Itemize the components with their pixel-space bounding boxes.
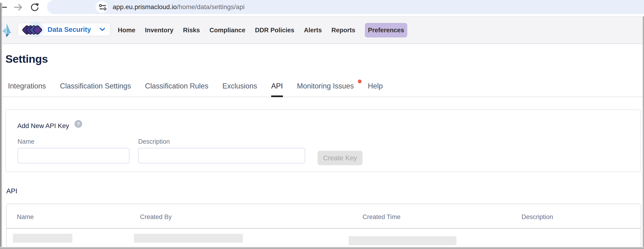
create-key-button[interactable]: Create Key (318, 151, 362, 165)
column-header-description: Description (522, 214, 553, 221)
nav-item-compliance[interactable]: Compliance (210, 27, 246, 34)
data-security-diamonds-icon (23, 24, 42, 34)
reload-icon[interactable] (30, 2, 39, 12)
forward-icon[interactable] (14, 3, 23, 11)
api-keys-table: Name Created By Created Time Description (6, 204, 641, 249)
settings-tabs: Integrations Classification Settings Cla… (2, 79, 642, 97)
site-info-tune-icon[interactable] (99, 4, 107, 11)
prisma-cloud-logo-icon (2, 23, 12, 38)
skeleton-cell-created-time (349, 236, 456, 245)
add-api-key-title: Add New API Key (17, 122, 69, 130)
tab-classification-settings[interactable]: Classification Settings (60, 79, 131, 97)
alert-dot-icon (358, 80, 362, 83)
nav-item-inventory[interactable]: Inventory (145, 27, 174, 34)
browser-toolbar: app.eu.prismacloud.io/home/data/settings… (0, 0, 644, 17)
tab-integrations[interactable]: Integrations (8, 79, 46, 97)
description-field-label: Description (138, 138, 170, 145)
description-input[interactable] (138, 148, 305, 163)
window-right-edge (642, 16, 644, 249)
main-nav: Home Inventory Risks Compliance DDR Poli… (118, 17, 407, 43)
chevron-down-icon (100, 28, 105, 31)
skeleton-cell-created-by (134, 234, 243, 243)
page-title: Settings (6, 52, 48, 65)
table-header-divider (6, 228, 641, 229)
column-header-created-time: Created Time (362, 214, 400, 221)
app-header: Data Security Home Inventory Risks Compl… (0, 17, 644, 44)
help-question-icon[interactable]: ? (74, 120, 82, 128)
column-header-name: Name (17, 214, 34, 221)
tab-api[interactable]: API (271, 79, 283, 97)
add-api-key-card: Add New API Key ? Name Description Creat… (6, 110, 641, 172)
nav-item-reports[interactable]: Reports (331, 27, 355, 34)
tab-classification-rules[interactable]: Classification Rules (145, 79, 208, 97)
nav-item-home[interactable]: Home (118, 27, 135, 34)
url-text[interactable]: app.eu.prismacloud.io/home/data/settings… (113, 0, 244, 14)
url-domain: app.eu.prismacloud.io (113, 3, 177, 10)
app-switcher-dropdown[interactable]: Data Security (18, 23, 111, 36)
nav-item-preferences[interactable]: Preferences (365, 23, 407, 37)
window-left-edge (0, 3, 2, 249)
app-window: app.eu.prismacloud.io/home/data/settings… (0, 0, 644, 249)
app-switcher-label: Data Security (48, 26, 91, 33)
nav-item-risks[interactable]: Risks (183, 27, 200, 34)
skeleton-cell-name (13, 234, 72, 243)
window-bottom-edge (0, 247, 644, 249)
nav-item-alerts[interactable]: Alerts (304, 27, 322, 34)
nav-item-ddr-policies[interactable]: DDR Policies (255, 27, 294, 34)
tab-help[interactable]: Help (368, 79, 383, 97)
column-header-created-by: Created By (140, 214, 172, 221)
tab-monitoring-issues[interactable]: Monitoring Issues (297, 79, 354, 97)
tab-monitoring-issues-label: Monitoring Issues (297, 82, 354, 90)
api-section-title: API (6, 187, 17, 195)
tab-exclusions[interactable]: Exclusions (222, 79, 257, 97)
name-field-label: Name (18, 138, 34, 145)
address-bar[interactable]: app.eu.prismacloud.io/home/data/settings… (47, 0, 644, 14)
url-path: /home/data/settings/api (177, 3, 245, 10)
name-input[interactable] (18, 148, 130, 163)
